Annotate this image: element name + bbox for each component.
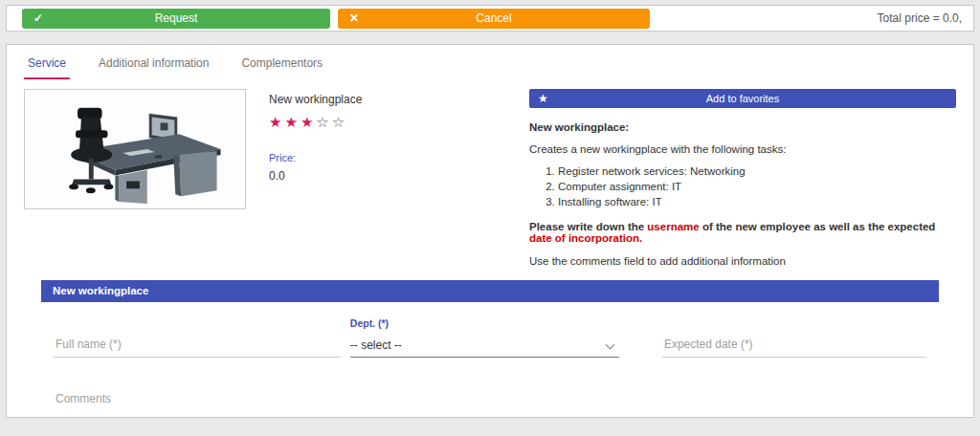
tab-complementors[interactable]: Complementors xyxy=(237,56,326,79)
rating-stars[interactable]: ★★★☆☆ xyxy=(269,114,491,131)
check-icon: ✓ xyxy=(33,11,43,25)
request-button[interactable]: ✓ Request xyxy=(22,9,330,29)
x-icon: ✕ xyxy=(349,11,359,25)
cancel-button[interactable]: ✕ Cancel xyxy=(338,9,650,29)
cancel-button-label: Cancel xyxy=(476,11,511,25)
total-price-text: Total price = 0.0, xyxy=(878,11,964,25)
action-bar: ✓ Request ✕ Cancel Total price = 0.0, xyxy=(6,5,974,32)
add-to-favorites-button[interactable]: ★ Add to favorites xyxy=(529,89,956,108)
comments-textarea[interactable] xyxy=(54,381,323,436)
star-icon: ★ xyxy=(538,92,548,105)
tab-bar: Service Additional information Complemen… xyxy=(7,45,973,79)
dept-select[interactable]: -- select -- xyxy=(350,336,619,357)
description-footer: Use the comments field to add additional… xyxy=(529,255,956,267)
description-note: Please write down the username of the ne… xyxy=(529,221,956,244)
task-item: Computer assignment: IT xyxy=(558,179,956,194)
note-text: of the new employee as well as the expec… xyxy=(700,221,936,232)
price-label: Price: xyxy=(269,152,491,164)
note-highlight-date: date of incorporation. xyxy=(529,232,642,244)
star-filled-icons: ★★★ xyxy=(269,114,316,130)
description-intro: Creates a new workingplace with the foll… xyxy=(529,143,956,155)
add-to-favorites-label: Add to favorites xyxy=(706,93,779,104)
full-name-input[interactable] xyxy=(54,334,341,358)
expected-date-input[interactable] xyxy=(662,334,926,358)
request-button-label: Request xyxy=(155,11,198,25)
service-title: New workingplace xyxy=(269,93,491,106)
task-list: Register network services: Networking Co… xyxy=(558,164,956,209)
price-value: 0.0 xyxy=(269,169,491,183)
service-detail-card: Service Additional information Complemen… xyxy=(6,44,974,418)
service-description: New workingplace: Creates a new workingp… xyxy=(529,121,956,267)
service-image xyxy=(24,89,246,209)
task-item: Register network services: Networking xyxy=(558,164,956,179)
new-workingplace-form: New workingplace Dept. (*) -- select -- xyxy=(41,280,939,436)
star-empty-icons: ☆☆ xyxy=(316,114,347,130)
dept-label: Dept. (*) xyxy=(350,317,619,329)
desk-illustration xyxy=(28,93,242,206)
tab-service[interactable]: Service xyxy=(24,56,70,79)
description-heading: New workingplace: xyxy=(529,121,956,133)
form-header: New workingplace xyxy=(41,280,939,302)
note-text: Please write down the xyxy=(529,221,647,232)
note-highlight-username: username xyxy=(647,221,699,232)
tab-additional-information[interactable]: Additional information xyxy=(95,56,212,79)
task-item: Installing software: IT xyxy=(558,194,956,209)
